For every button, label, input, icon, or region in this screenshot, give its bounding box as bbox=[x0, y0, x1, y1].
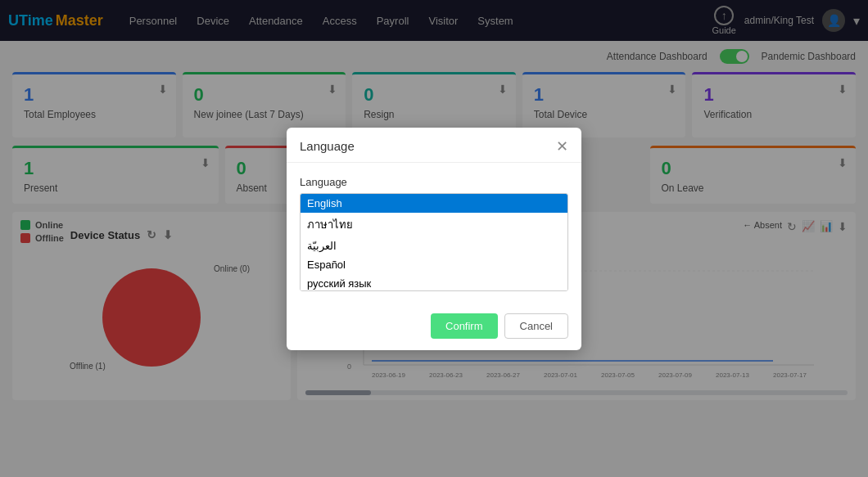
modal-overlay: Language ✕ Language Englishภาษาไทยالعربي… bbox=[0, 0, 868, 477]
modal-body: Language EnglishภาษาไทยالعربيّةEspañolру… bbox=[287, 163, 581, 305]
modal-title: Language bbox=[300, 139, 355, 153]
confirm-button[interactable]: Confirm bbox=[431, 313, 498, 339]
cancel-button[interactable]: Cancel bbox=[504, 313, 568, 339]
modal-header: Language ✕ bbox=[287, 128, 581, 163]
modal-footer: Confirm Cancel bbox=[287, 305, 581, 350]
language-select[interactable]: EnglishภาษาไทยالعربيّةEspañolрусский язы… bbox=[300, 193, 568, 291]
modal-lang-label: Language bbox=[300, 176, 568, 188]
modal-close-button[interactable]: ✕ bbox=[556, 139, 568, 154]
language-modal: Language ✕ Language Englishภาษาไทยالعربي… bbox=[287, 128, 581, 350]
